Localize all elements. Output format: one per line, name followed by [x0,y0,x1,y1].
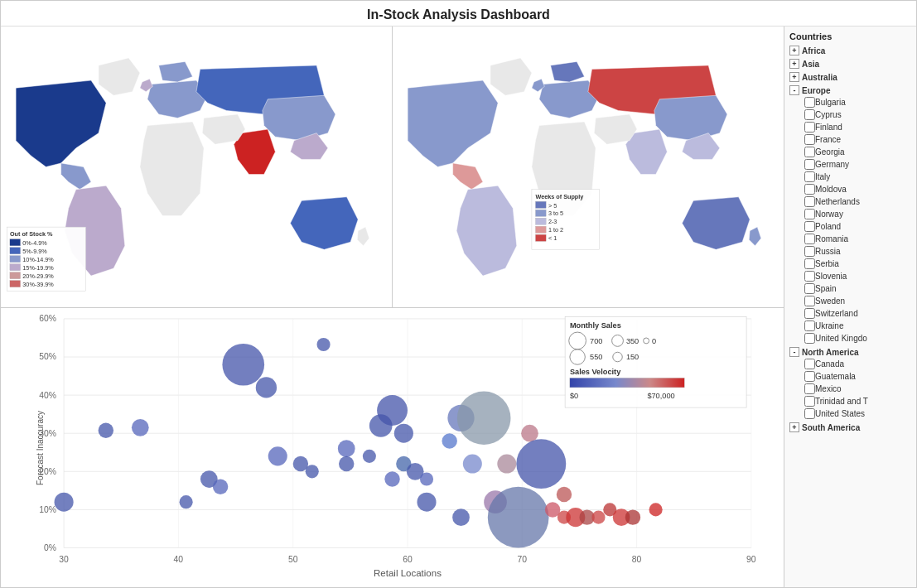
svg-text:30%-39.9%: 30%-39.9% [22,281,54,288]
sidebar-item-russia[interactable]: Russia [789,245,911,258]
svg-text:Sales Velocity: Sales Velocity [570,368,621,376]
sidebar-group-header-south-america[interactable]: + South America [789,422,911,433]
sidebar-group-asia: + Asia [789,58,911,70]
checkbox-finland[interactable] [804,122,815,133]
sidebar-group-header-australia[interactable]: + Australia [789,71,911,83]
checkbox-georgia[interactable] [804,147,815,157]
expand-south-america[interactable]: + [789,422,799,432]
expand-asia[interactable]: + [789,59,799,69]
svg-text:$70,000: $70,000 [647,392,674,400]
sidebar-item-switzerland[interactable]: Switzerland [789,307,911,320]
checkbox-germany[interactable] [804,159,815,170]
svg-text:10%: 10% [39,505,56,514]
sidebar-item-sweden[interactable]: Sweden [789,295,911,307]
checkbox-norway[interactable] [804,209,815,219]
sidebar-item-finland[interactable]: Finland [789,121,911,133]
map-panel-out-of-stock: Out of Stock % 0%-4.9% 5%-9.9% 10%-14.9%… [1,27,393,307]
checkbox-cyprus[interactable] [804,109,815,120]
sidebar-group-header-europe[interactable]: - Europe [789,84,911,96]
svg-rect-18 [535,210,546,216]
dashboard-title: In-Stock Analysis Dashboard [1,1,916,27]
sidebar-title: Countries [789,31,911,41]
sidebar-item-netherlands[interactable]: Netherlands [789,195,911,208]
sidebar-item-bulgaria[interactable]: Bulgaria [789,96,911,108]
svg-text:60%: 60% [39,314,56,323]
svg-text:Monthly Sales: Monthly Sales [570,321,621,330]
svg-text:40: 40 [174,555,184,564]
sidebar-item-norway[interactable]: Norway [789,208,911,220]
sidebar-item-mexico[interactable]: Mexico [789,383,911,395]
sidebar-item-moldova[interactable]: Moldova [789,183,911,195]
svg-point-97 [649,503,663,516]
sidebar-item-italy[interactable]: Italy [789,171,911,183]
sidebar-item-trinidad[interactable]: Trinidad and T [789,395,911,407]
svg-text:70: 70 [518,555,528,564]
charts-area: Out of Stock % 0%-4.9% 5%-9.9% 10%-14.9%… [1,27,784,587]
checkbox-guatemala[interactable] [804,371,815,382]
checkbox-sweden[interactable] [804,296,815,306]
sidebar-group-header-africa[interactable]: + Africa [789,45,911,56]
checkbox-bulgaria[interactable] [804,97,815,108]
svg-point-76 [420,472,433,485]
sidebar-item-germany[interactable]: Germany [789,158,911,171]
checkbox-canada[interactable] [804,359,815,369]
svg-text:15%-19.9%: 15%-19.9% [22,264,54,272]
checkbox-poland[interactable] [804,221,815,232]
sidebar-group-header-north-america[interactable]: - North America [789,346,911,358]
expand-australia[interactable]: + [789,72,799,82]
sidebar-group-label-europe: Europe [802,86,830,95]
sidebar-group-header-asia[interactable]: + Asia [789,58,911,70]
svg-point-62 [256,377,277,398]
sidebar-item-united-states[interactable]: United States [789,407,911,420]
svg-text:90: 90 [746,555,756,564]
sidebar-item-spain[interactable]: Spain [789,282,911,295]
sidebar-item-romania[interactable]: Romania [789,233,911,245]
sidebar-item-cyprus[interactable]: Cyprus [789,108,911,121]
checkbox-slovenia[interactable] [804,271,815,282]
svg-point-60 [213,480,228,494]
checkbox-ukraine[interactable] [804,321,815,331]
sidebar-item-france[interactable]: France [789,133,911,146]
sidebar-item-ukraine[interactable]: Ukraine [789,320,911,332]
sidebar-item-slovenia[interactable]: Slovenia [789,270,911,282]
expand-north-america[interactable]: - [789,347,799,357]
sidebar-group-south-america: + South America [789,422,911,433]
checkbox-romania[interactable] [804,234,815,244]
svg-point-66 [316,338,330,351]
sidebar-group-label-south-america: South America [802,423,860,432]
expand-africa[interactable]: + [789,46,799,55]
scatter-plot: 0% 10% 20% 30% 40% 50% 60% 30 40 50 60 7… [26,308,784,587]
sidebar-item-canada[interactable]: Canada [789,358,911,370]
checkbox-switzerland[interactable] [804,308,815,319]
sidebar-item-georgia[interactable]: Georgia [789,146,911,158]
expand-europe[interactable]: - [789,85,799,95]
checkbox-united-kingdom[interactable] [804,333,815,344]
sidebar-item-guatemala[interactable]: Guatemala [789,370,911,383]
svg-point-61 [222,344,264,386]
svg-point-90 [557,487,572,502]
svg-point-78 [442,433,456,448]
sidebar-group-north-america: - North America Canada Guatemala Mexico … [789,346,911,420]
checkbox-trinidad[interactable] [804,396,815,407]
checkbox-mexico[interactable] [804,383,815,394]
svg-text:30%: 30% [39,429,56,438]
checkbox-russia[interactable] [804,246,815,257]
checkbox-france[interactable] [804,134,815,145]
svg-text:1 to 2: 1 to 2 [548,226,563,234]
sidebar-item-poland[interactable]: Poland [789,220,911,233]
checkbox-serbia[interactable] [804,258,815,269]
sidebar-item-serbia[interactable]: Serbia [789,258,911,270]
checkbox-italy[interactable] [804,171,815,182]
svg-text:50: 50 [288,555,298,564]
world-map-2: Weeks of Supply > 5 3 to 5 2-3 1 to 2 < … [393,27,784,307]
svg-text:80: 80 [632,555,642,564]
checkbox-spain[interactable] [804,283,815,294]
svg-text:$0: $0 [570,392,578,400]
sidebar-item-united-kingdom[interactable]: United Kingdo [789,332,911,345]
checkbox-united-states[interactable] [804,408,815,419]
checkbox-netherlands[interactable] [804,196,815,207]
svg-point-85 [488,487,549,548]
checkbox-moldova[interactable] [804,184,815,195]
svg-text:10%-14.9%: 10%-14.9% [22,256,54,263]
svg-point-65 [306,465,319,478]
